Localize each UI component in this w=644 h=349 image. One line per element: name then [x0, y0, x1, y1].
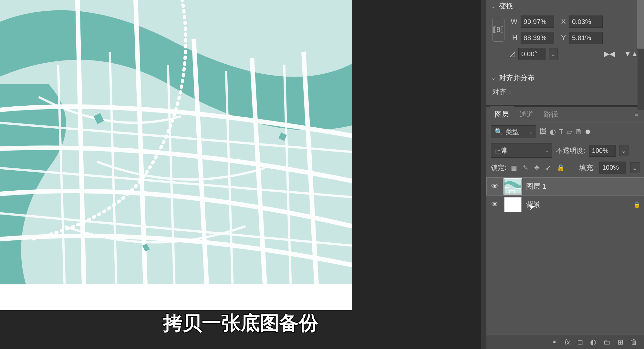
angle-icon: ◿ — [510, 50, 515, 58]
angle-input[interactable]: 0.00° — [518, 48, 545, 60]
align-label: 对齐： — [492, 88, 514, 96]
tab-channels[interactable]: 通道 — [514, 106, 539, 122]
adjustment-layer-icon[interactable]: ◐ — [590, 338, 596, 346]
lock-artboard-icon[interactable]: ⤢ — [545, 164, 551, 172]
filter-pixel-icon[interactable]: 🖼 — [539, 128, 546, 136]
document-canvas[interactable] — [0, 0, 352, 310]
align-section: 对齐： — [486, 84, 644, 105]
scrollbar-thumb[interactable] — [638, 0, 644, 48]
link-layers-icon[interactable]: ⚭ — [552, 338, 557, 346]
map-image — [0, 0, 352, 284]
lock-position-icon[interactable]: ✥ — [534, 164, 540, 172]
visibility-eye-icon[interactable]: 👁 — [490, 200, 500, 209]
lock-pixels-icon[interactable]: ✎ — [523, 164, 528, 172]
align-section-header[interactable]: ⌄ 对齐并分布 — [486, 72, 644, 84]
chevron-down-icon: ⌄ — [491, 74, 496, 81]
tab-paths[interactable]: 路径 — [539, 106, 563, 122]
video-caption: 拷贝一张底图备份 — [0, 310, 481, 336]
link-wh-icon[interactable]: ⟦8⟧ — [492, 18, 504, 42]
lock-transparency-icon[interactable]: ▦ — [511, 164, 517, 172]
filter-kind-label: 类型 — [505, 127, 519, 136]
fill-input[interactable]: 100% — [599, 162, 626, 174]
filter-shape-icon[interactable]: ▱ — [566, 128, 572, 136]
blend-row: 正常 ⌄ 不透明度: 100% ⌄ — [486, 142, 644, 160]
chevron-down-icon: ⌄ — [545, 148, 549, 153]
transform-title: 变换 — [499, 1, 513, 11]
opacity-input[interactable]: 100% — [589, 145, 616, 157]
layer-thumbnail[interactable] — [504, 197, 522, 212]
search-icon: 🔍 — [494, 128, 503, 136]
layers-panel: 图层 通道 路径 ≡ 🔍 类型 ⌄ 🖼 ◐ T ▱ 🗎 正常 ⌄ 不透明度: 1 — [486, 107, 644, 214]
y-label: Y — [557, 34, 566, 42]
layer-thumbnail[interactable] — [504, 179, 522, 194]
visibility-eye-icon[interactable]: 👁 — [490, 182, 500, 191]
filter-adjustment-icon[interactable]: ◐ — [550, 128, 556, 136]
w-label: W — [509, 17, 517, 26]
chevron-down-icon: ⌄ — [491, 3, 496, 10]
filter-smartobject-icon[interactable]: 🗎 — [575, 128, 582, 136]
opacity-label: 不透明度: — [556, 146, 585, 155]
angle-dropdown[interactable]: ⌄ — [549, 48, 558, 59]
filter-type-icon[interactable]: T — [559, 128, 563, 136]
width-input[interactable]: 99.97% — [521, 16, 554, 28]
opacity-dropdown[interactable]: ⌄ — [619, 145, 628, 156]
tab-layers[interactable]: 图层 — [490, 106, 514, 122]
panel-menu-icon[interactable]: ≡ — [632, 111, 641, 118]
panel-tabs: 图层 通道 路径 ≡ — [486, 107, 644, 122]
properties-scrollbar[interactable] — [638, 0, 644, 110]
flip-horizontal-icon[interactable]: ▶◀ — [604, 50, 615, 58]
x-input[interactable]: 0.03% — [569, 16, 603, 28]
lock-icon: 🔒 — [633, 201, 640, 208]
layer-name[interactable]: 图层 1 — [526, 182, 546, 191]
chevron-down-icon: ⌄ — [529, 129, 533, 134]
right-panels: ⌄ 变换 ⟦8⟧ W 99.97% X 0.03% H 88.39% Y 5.8… — [486, 0, 644, 349]
height-input[interactable]: 88.39% — [521, 32, 554, 44]
transform-section-header[interactable]: ⌄ 变换 — [486, 0, 644, 12]
mask-icon[interactable]: ◻ — [577, 338, 583, 346]
fill-dropdown[interactable]: ⌄ — [630, 162, 639, 173]
blend-mode-select[interactable]: 正常 ⌄ — [491, 143, 552, 158]
filter-toggle-icon[interactable] — [586, 130, 590, 134]
layer-item-background[interactable]: 👁 背景 🔒 — [486, 196, 644, 214]
new-layer-icon[interactable]: ⊞ — [618, 338, 623, 346]
lock-row: 锁定: ▦ ✎ ✥ ⤢ 🔒 填充: 100% ⌄ — [486, 160, 644, 175]
lock-label: 锁定: — [491, 163, 506, 172]
fill-label: 填充: — [579, 163, 595, 172]
x-label: X — [557, 17, 566, 26]
trash-icon[interactable]: 🗑 — [630, 338, 638, 346]
align-title: 对齐并分布 — [499, 73, 535, 83]
transform-section: ⟦8⟧ W 99.97% X 0.03% H 88.39% Y 5.81% ◿ … — [486, 12, 644, 66]
layer-filter-row: 🔍 类型 ⌄ 🖼 ◐ T ▱ 🗎 — [486, 122, 644, 142]
filter-kind-select[interactable]: 🔍 类型 ⌄ — [491, 125, 536, 138]
group-icon[interactable]: 🗀 — [603, 338, 610, 346]
layers-bottom-bar: ⚭ fx ◻ ◐ 🗀 ⊞ 🗑 — [486, 335, 644, 349]
lock-all-icon[interactable]: 🔒 — [557, 164, 565, 172]
y-input[interactable]: 5.81% — [569, 32, 603, 44]
h-label: H — [509, 34, 517, 42]
blend-mode-value: 正常 — [494, 146, 508, 155]
flip-vertical-icon[interactable]: ▼▲ — [624, 50, 638, 58]
canvas-area[interactable]: 拷贝一张底图备份 — [0, 0, 481, 349]
fx-icon[interactable]: fx — [565, 338, 570, 346]
layer-item-1[interactable]: 👁 图层 1 — [486, 177, 644, 196]
layer-list: 👁 图层 1 👁 背景 🔒 — [486, 177, 644, 214]
